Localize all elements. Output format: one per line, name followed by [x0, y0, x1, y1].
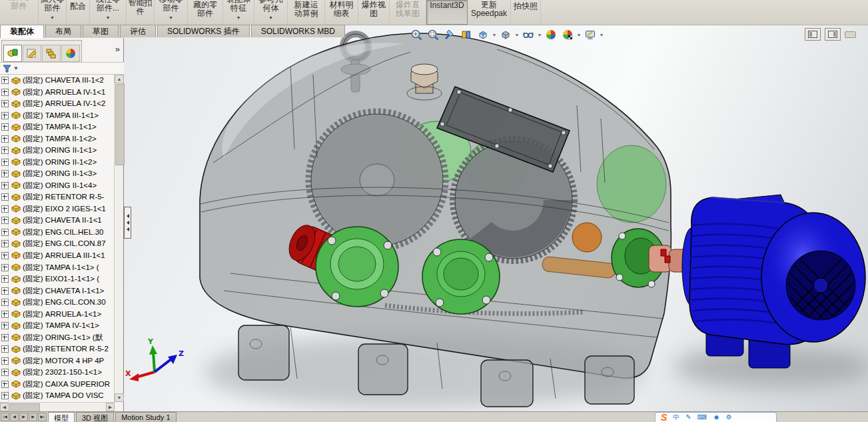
expand-icon[interactable] [1, 112, 9, 119]
tree-item[interactable]: (固定) 23021-150-1<1> [0, 367, 115, 379]
expand-icon[interactable] [1, 89, 9, 96]
jump-to-end-icon[interactable]: ▶| [38, 413, 47, 421]
expand-icon[interactable] [1, 217, 9, 224]
scroll-down-icon[interactable]: ▼ [115, 393, 124, 402]
expand-icon[interactable] [1, 357, 9, 365]
command-tab-[interactable]: SOLIDWORKS 插件 [157, 25, 250, 37]
expand-icon[interactable] [1, 299, 9, 306]
tree-item[interactable]: (固定) MOTOR 4 HP 4P [0, 355, 115, 367]
dropdown-arrow-icon[interactable]: ▾ [107, 15, 109, 21]
tree-item[interactable]: (固定) TAMPA I-1<1> ( [0, 261, 115, 273]
tree-item[interactable]: (固定) ORING II-1<3> [0, 168, 115, 180]
tree-vertical-scrollbar[interactable]: ▲ ▼ [114, 75, 123, 402]
view-settings-icon[interactable] [583, 27, 598, 42]
scroll-up-icon[interactable]: ▲ [115, 75, 124, 83]
view-orientation-icon[interactable] [476, 27, 490, 42]
expand-icon[interactable] [1, 322, 9, 329]
zoom-to-selection-icon[interactable] [442, 27, 457, 42]
tree-item[interactable]: (固定) CAIXA SUPERIOR [0, 378, 115, 390]
tree-item[interactable]: (固定) CHAVETA II-1<1 [0, 215, 115, 227]
ribbon-button-bill-of-materials[interactable]: 材料明细表 [325, 0, 358, 25]
command-tab-[interactable]: 草图 [83, 25, 119, 37]
tree-item[interactable]: (固定) ENG.CIL.CON.30 [0, 297, 115, 309]
tree-item[interactable]: (固定) EIXO 2 IGES-1<1 [0, 203, 115, 215]
expand-icon[interactable] [1, 182, 9, 189]
expand-icon[interactable] [1, 135, 9, 143]
ribbon-button-assembly-features[interactable]: 装配体特征▾ [223, 0, 254, 25]
dropdown-arrow-icon[interactable]: ▾ [578, 32, 580, 38]
expand-icon[interactable] [1, 345, 9, 353]
play-icon[interactable]: ▶ [19, 413, 28, 421]
sogou-logo[interactable]: S [661, 413, 667, 422]
featuremanager-tab[interactable] [3, 45, 22, 62]
bottom-tab[interactable]: 模型 [48, 412, 75, 422]
expand-icon[interactable] [1, 252, 9, 259]
expand-icon[interactable] [1, 311, 9, 318]
tree-item[interactable]: (固定) TAMPA III-1<1> [0, 110, 115, 122]
tree-item[interactable]: (固定) TAMPA DO VISC [0, 390, 115, 402]
command-tab-active[interactable]: 装配体 [0, 25, 44, 38]
electric-motor[interactable] [682, 195, 866, 368]
step-back-icon[interactable]: ◀ [10, 413, 19, 421]
expand-icon[interactable] [1, 392, 9, 399]
dropdown-arrow-icon[interactable]: ▾ [600, 32, 603, 38]
user-icon[interactable]: ☻ [713, 413, 720, 421]
expand-icon[interactable] [1, 381, 9, 388]
ribbon-button-new-motion-study[interactable]: 新建运动算例 [288, 0, 325, 25]
handwriting-icon[interactable]: ✎ [685, 413, 691, 421]
tree-item[interactable]: (固定) TAMPA II-1<2> [0, 133, 115, 145]
propertymanager-tab[interactable] [23, 45, 41, 62]
ribbon-button-smart-fasteners[interactable]: 智能扣件 [127, 0, 155, 25]
zoom-to-area-icon[interactable] [426, 27, 440, 42]
apply-scene-icon[interactable] [560, 27, 575, 42]
panel-splitter-collapse[interactable] [124, 207, 131, 239]
tree-item[interactable]: (固定) ARRUELA III-1<1 [0, 250, 115, 262]
expand-icon[interactable] [1, 159, 9, 166]
displaymanager-tab[interactable] [61, 45, 80, 62]
bottom-tab[interactable]: 3D 视图 [76, 412, 114, 422]
expand-icon[interactable] [1, 264, 9, 271]
tree-item[interactable]: (固定) CHAVETA III-1<2 [0, 75, 115, 87]
jump-to-start-icon[interactable]: |◀ [1, 413, 9, 421]
expand-icon[interactable] [1, 287, 9, 295]
section-view-icon[interactable] [459, 27, 474, 42]
expand-icon[interactable] [1, 193, 9, 201]
hide-show-items-icon[interactable] [521, 27, 536, 42]
dropdown-arrow-icon[interactable]: ▾ [516, 32, 518, 38]
command-tab-[interactable]: SOLIDWORKS MBD [251, 25, 345, 37]
tree-item[interactable]: (固定) ORING-1<1> (默 [0, 331, 115, 343]
expand-icon[interactable] [1, 275, 9, 283]
tree-item[interactable]: (固定) ARRUELA IV-1<1 [0, 87, 115, 99]
dropdown-arrow-icon[interactable]: ▾ [237, 15, 240, 21]
front-flange-left[interactable] [316, 227, 398, 307]
ribbon-button-show-hidden-components[interactable]: 显示隐藏的零部件 [188, 0, 223, 25]
collapse-pane-right-icon[interactable] [825, 28, 841, 41]
pane-stub[interactable] [845, 31, 856, 38]
input-method-toolbar[interactable]: S 中✎⌨☻⚙ [655, 412, 777, 422]
front-flange-right[interactable] [422, 239, 500, 314]
overflow-chevron-icon[interactable]: » [115, 44, 120, 54]
expand-icon[interactable] [1, 100, 9, 107]
tree-item[interactable]: (固定) ORING II-1<4> [0, 180, 115, 192]
tree-horizontal-scrollbar[interactable]: ◀ ▶ [0, 402, 115, 411]
tree-item[interactable]: (固定) ARRUELA IV-1<2 [0, 98, 115, 110]
tree-item[interactable]: (固定) TAMPA II-1<1> [0, 121, 115, 133]
zoom-to-fit-icon[interactable] [409, 27, 424, 42]
expand-icon[interactable] [1, 334, 9, 341]
bottom-tab[interactable]: Motion Study 1 [115, 412, 176, 422]
expand-icon[interactable] [1, 77, 9, 84]
graphics-viewport[interactable]: X Y Z ▾▾▾▾▾ [124, 25, 868, 411]
display-style-icon[interactable] [498, 27, 513, 42]
edit-appearance-icon[interactable] [544, 27, 558, 42]
expand-icon[interactable] [1, 205, 9, 213]
keyboard-icon[interactable]: ⌨ [697, 413, 707, 421]
ribbon-button-linear-component-pattern[interactable]: 线性零部件...▾ [90, 0, 127, 25]
ribbon-button-instant3d[interactable]: Instant3D [426, 0, 468, 25]
dropdown-arrow-icon[interactable]: ▾ [269, 15, 272, 21]
command-tab-[interactable]: 评估 [120, 25, 156, 37]
step-forward-icon[interactable]: ▶ [29, 413, 37, 421]
ribbon-button-reference-geometry[interactable]: 参考几何体▾ [254, 0, 288, 25]
tree-item[interactable]: (固定) CHAVETA I-1<1> [0, 285, 115, 297]
dropdown-arrow-icon[interactable]: ▾ [493, 32, 496, 38]
pinion-shaft[interactable] [572, 223, 602, 252]
